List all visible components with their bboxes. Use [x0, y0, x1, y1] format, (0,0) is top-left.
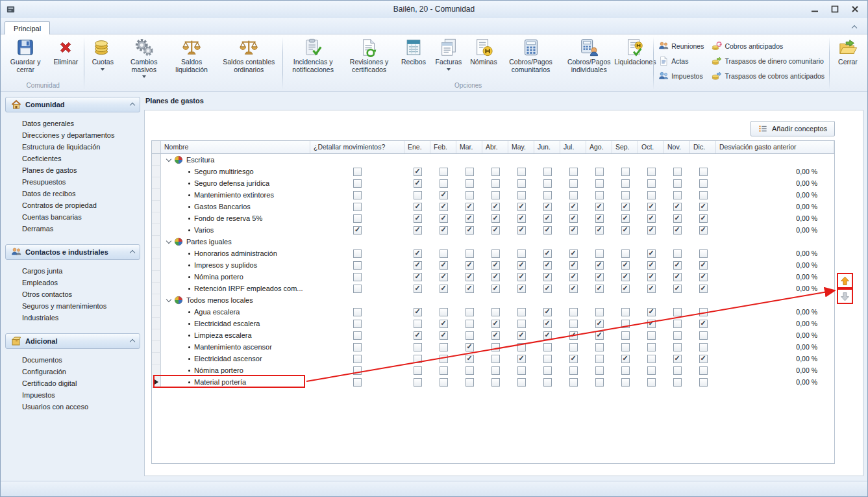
month-checkbox[interactable] [491, 191, 500, 199]
month-checkbox[interactable] [517, 191, 526, 199]
month-checkbox[interactable] [569, 191, 578, 199]
month-checkbox[interactable] [414, 226, 422, 235]
month-checkbox[interactable] [517, 273, 526, 281]
month-checkbox[interactable] [647, 343, 656, 351]
sidebar-item-direcciones-y-departamentos[interactable]: Direcciones y departamentos [5, 129, 140, 141]
close-button[interactable] [849, 3, 862, 15]
month-checkbox[interactable] [414, 308, 422, 316]
table-row[interactable]: Escritura [152, 154, 834, 166]
add-concepts-button[interactable]: Añadir conceptos [750, 121, 835, 136]
month-checkbox[interactable] [621, 355, 630, 363]
month-checkbox[interactable] [595, 331, 604, 340]
month-checkbox[interactable] [465, 214, 474, 223]
month-checkbox[interactable] [673, 203, 682, 211]
month-checkbox[interactable] [595, 226, 604, 235]
month-checkbox[interactable] [595, 261, 604, 270]
sidebar-item-empleados[interactable]: Empleados [5, 277, 140, 288]
month-checkbox[interactable] [621, 203, 630, 211]
sidebar-section-header-comunidad[interactable]: Comunidad [5, 97, 140, 112]
month-checkbox[interactable] [647, 203, 656, 211]
detail-checkbox[interactable] [353, 343, 362, 351]
sidebar-item-datos-generales[interactable]: Datos generales [5, 118, 140, 129]
month-checkbox[interactable] [491, 320, 500, 328]
month-checkbox[interactable] [595, 179, 604, 188]
month-checkbox[interactable] [621, 378, 630, 387]
month-checkbox[interactable] [673, 214, 682, 223]
recibos-button[interactable]: Recibos [396, 35, 431, 68]
cobros-pagos-individuales-button[interactable]: Cobros/Pagos individuales [560, 35, 617, 75]
month-checkbox[interactable] [647, 378, 656, 387]
maximize-button[interactable] [828, 3, 841, 15]
month-checkbox[interactable] [621, 249, 630, 258]
minimize-button[interactable] [808, 3, 821, 15]
table-row[interactable]: Mantenimiento ascensor0,00 % [152, 341, 834, 353]
month-checkbox[interactable] [491, 179, 500, 188]
sidebar-item-impuestos[interactable]: Impuestos [5, 389, 140, 401]
sidebar-item-configuracion[interactable]: Configuración [5, 366, 140, 377]
month-checkbox[interactable] [569, 273, 578, 281]
month-checkbox[interactable] [673, 261, 682, 270]
month-checkbox[interactable] [569, 261, 578, 270]
cobros-anticipados-button[interactable]: Cobros anticipados [710, 40, 826, 52]
month-checkbox[interactable] [543, 179, 552, 188]
table-row[interactable]: Varios0,00 % [152, 224, 834, 236]
month-checkbox[interactable] [414, 203, 422, 211]
month-checkbox[interactable] [465, 179, 474, 188]
month-checkbox[interactable] [699, 343, 708, 351]
month-checkbox[interactable] [699, 355, 708, 363]
table-row[interactable]: Electricidad ascensor0,00 % [152, 353, 834, 364]
month-checkbox[interactable] [647, 214, 656, 223]
month-checkbox[interactable] [414, 168, 422, 176]
month-checkbox[interactable] [517, 261, 526, 270]
month-checkbox[interactable] [414, 249, 422, 258]
month-checkbox[interactable] [465, 249, 474, 258]
month-checkbox[interactable] [491, 249, 500, 258]
month-checkbox[interactable] [543, 226, 552, 235]
month-checkbox[interactable] [543, 331, 552, 340]
month-checkbox[interactable] [595, 320, 604, 328]
expand-chevron-icon[interactable] [166, 157, 171, 162]
incidencias-y-notificaciones-button[interactable]: Incidencias y notificaciones [284, 35, 342, 75]
month-checkbox[interactable] [491, 273, 500, 281]
month-checkbox[interactable] [569, 308, 578, 316]
month-checkbox[interactable] [621, 168, 630, 176]
sidebar-item-datos-de-recibos[interactable]: Datos de recibos [5, 188, 140, 199]
month-checkbox[interactable] [414, 331, 422, 340]
month-checkbox[interactable] [440, 308, 448, 316]
month-checkbox[interactable] [647, 168, 656, 176]
month-checkbox[interactable] [647, 366, 656, 375]
column-header-ago[interactable]: Ago. [586, 141, 612, 153]
month-checkbox[interactable] [465, 366, 474, 375]
month-checkbox[interactable] [699, 191, 708, 199]
month-checkbox[interactable] [699, 168, 708, 176]
month-checkbox[interactable] [440, 285, 448, 293]
month-checkbox[interactable] [621, 261, 630, 270]
month-checkbox[interactable] [621, 343, 630, 351]
month-checkbox[interactable] [569, 331, 578, 340]
month-checkbox[interactable] [699, 331, 708, 340]
column-header-jun[interactable]: Jun. [534, 141, 560, 153]
table-row[interactable]: Nómina portero0,00 % [152, 271, 834, 283]
sidebar-item-estructura-de-liquidacion[interactable]: Estructura de liquidación [5, 141, 140, 153]
month-checkbox[interactable] [699, 285, 708, 293]
facturas-button[interactable]: Facturas [431, 35, 466, 72]
table-row[interactable]: Todos menos locales [152, 294, 834, 306]
month-checkbox[interactable] [699, 366, 708, 375]
month-checkbox[interactable] [465, 226, 474, 235]
month-checkbox[interactable] [569, 226, 578, 235]
month-checkbox[interactable] [414, 355, 422, 363]
month-checkbox[interactable] [647, 249, 656, 258]
month-checkbox[interactable] [621, 226, 630, 235]
sidebar-item-contratos-de-propiedad[interactable]: Contratos de propiedad [5, 199, 140, 211]
month-checkbox[interactable] [517, 331, 526, 340]
month-checkbox[interactable] [699, 214, 708, 223]
month-checkbox[interactable] [699, 226, 708, 235]
month-checkbox[interactable] [543, 343, 552, 351]
month-checkbox[interactable] [647, 320, 656, 328]
month-checkbox[interactable] [673, 249, 682, 258]
month-checkbox[interactable] [673, 308, 682, 316]
detail-checkbox[interactable] [353, 355, 362, 363]
ribbon-collapse-chevron-icon[interactable] [851, 25, 858, 30]
month-checkbox[interactable] [465, 273, 474, 281]
nominas-button[interactable]: Nóminas [466, 35, 501, 68]
